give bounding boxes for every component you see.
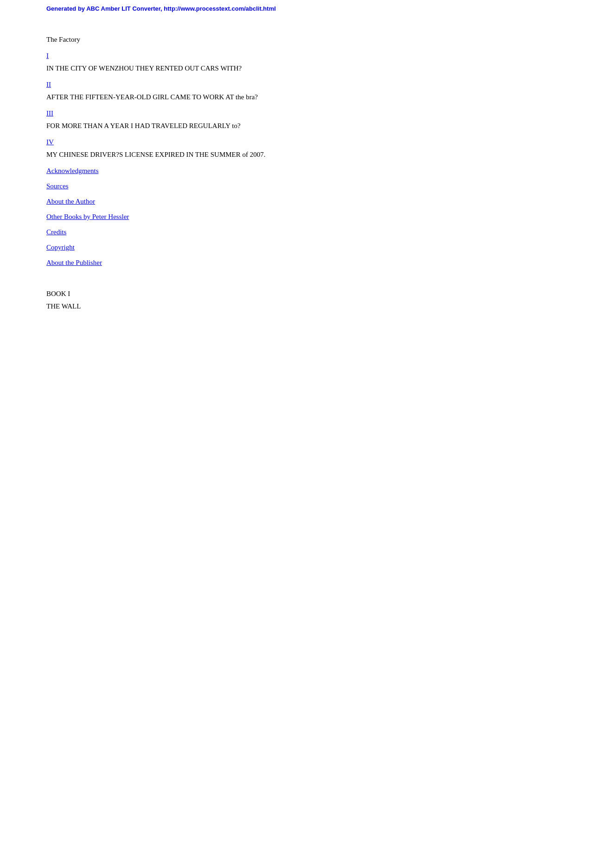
toc-entry-i: I IN THE CITY OF WENZHOU THEY RENTED OUT…	[46, 52, 567, 72]
chapter-desc-ii: AFTER THE FIFTEEN-YEAR-OLD GIRL CAME TO …	[46, 93, 567, 101]
header-bar: Generated by ABC Amber LIT Converter, ht…	[0, 0, 613, 17]
toc-entry-iii: III FOR MORE THAN A YEAR I HAD TRAVELED …	[46, 109, 567, 130]
nav-about-author-link[interactable]: About the Author	[46, 198, 567, 206]
chapter-link-ii[interactable]: II	[46, 81, 567, 89]
nav-acknowledgments-link[interactable]: Acknowledgments	[46, 167, 567, 175]
book-section: BOOK I THE WALL	[46, 290, 567, 310]
chapter-desc-iii: FOR MORE THAN A YEAR I HAD TRAVELED REGU…	[46, 122, 567, 130]
factory-title: The Factory	[46, 36, 567, 44]
nav-credits-link[interactable]: Credits	[46, 228, 567, 236]
chapter-link-iii[interactable]: III	[46, 109, 567, 117]
nav-about-publisher-link[interactable]: About the Publisher	[46, 259, 567, 267]
toc-entry-iv: IV MY CHINESE DRIVER?S LICENSE EXPIRED I…	[46, 138, 567, 159]
chapter-desc-iv: MY CHINESE DRIVER?S LICENSE EXPIRED IN T…	[46, 151, 567, 159]
toc-entry-ii: II AFTER THE FIFTEEN-YEAR-OLD GIRL CAME …	[46, 81, 567, 101]
generator-link[interactable]: Generated by ABC Amber LIT Converter, ht…	[46, 5, 276, 12]
chapter-link-iv[interactable]: IV	[46, 138, 567, 146]
nav-other-books-link[interactable]: Other Books by Peter Hessler	[46, 213, 567, 221]
chapter-desc-i: IN THE CITY OF WENZHOU THEY RENTED OUT C…	[46, 64, 567, 72]
book-i-title: BOOK I	[46, 290, 567, 298]
chapter-link-i[interactable]: I	[46, 52, 567, 60]
content-area: The Factory I IN THE CITY OF WENZHOU THE…	[0, 17, 613, 343]
nav-copyright-link[interactable]: Copyright	[46, 244, 567, 251]
the-wall-title: THE WALL	[46, 302, 567, 310]
page-container: Generated by ABC Amber LIT Converter, ht…	[0, 0, 613, 868]
nav-sources-link[interactable]: Sources	[46, 182, 567, 190]
